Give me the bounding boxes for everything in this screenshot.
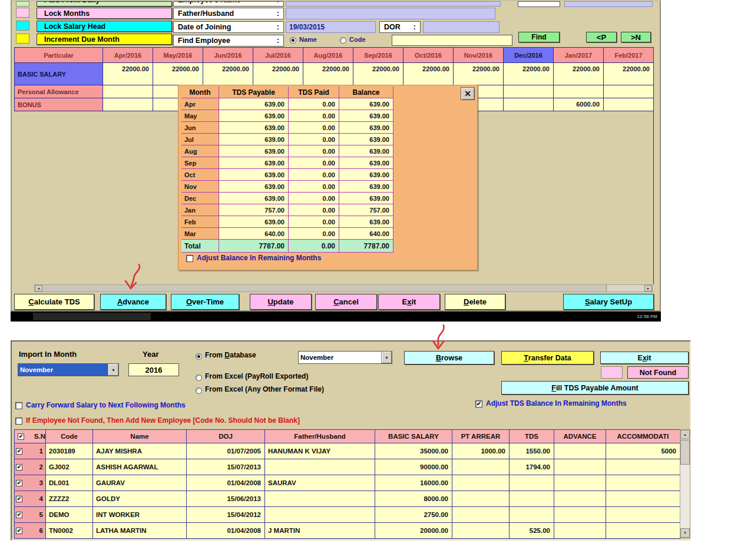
employee-row: ✔3DL001GAURAV01/04/2008SAURAV16000.00 bbox=[15, 475, 680, 491]
top-right-field[interactable] bbox=[564, 1, 653, 7]
left-button-paid-from-daily[interactable]: Paid From Daily bbox=[37, 1, 172, 6]
employee-code-box[interactable] bbox=[518, 1, 560, 7]
tds-value-cell: 0.00 bbox=[289, 193, 339, 204]
carry-forward-checkbox[interactable] bbox=[15, 402, 22, 409]
scroll-right-icon[interactable]: ► bbox=[644, 285, 652, 291]
exit-button[interactable]: Exit bbox=[600, 352, 689, 364]
employee-cell-name: GOLDY bbox=[93, 491, 187, 507]
date-of-joining-field[interactable]: 19/03/2015 bbox=[286, 21, 376, 33]
source-radio-from-excel-any-other-format-file[interactable] bbox=[196, 387, 202, 394]
salary-cell[interactable] bbox=[103, 85, 153, 98]
source-radio-from-excel-payroll-exported[interactable] bbox=[196, 375, 202, 381]
year-label: Year bbox=[143, 350, 158, 359]
salary-cell[interactable]: 22000.00 bbox=[103, 63, 153, 85]
find-by-name-radio[interactable] bbox=[290, 37, 296, 44]
fill-tds-payable-button[interactable]: Fill TDS Payable Amount bbox=[501, 381, 689, 395]
salary-cell[interactable]: 22000.00 bbox=[504, 63, 554, 85]
salary-cell[interactable]: 6000.00 bbox=[554, 98, 604, 111]
employee-cell-name: LATHA MARTIN bbox=[93, 523, 187, 539]
close-icon[interactable]: ✕ bbox=[461, 87, 475, 100]
transfer-data-button[interactable]: Transfer Data bbox=[501, 351, 594, 365]
salary-cell[interactable] bbox=[103, 98, 153, 111]
tds-month-cell: Sep bbox=[181, 157, 219, 169]
scrollbar-thumb[interactable] bbox=[680, 440, 690, 465]
row-select-cell: ✔1 bbox=[15, 443, 46, 459]
salary-setup-button[interactable]: Salary SetUp bbox=[563, 294, 654, 310]
salary-cell[interactable] bbox=[504, 98, 554, 111]
salary-cell[interactable]: 22000.00 bbox=[203, 63, 253, 85]
year-field[interactable]: 2016 bbox=[128, 363, 179, 376]
row-checkbox[interactable]: ✔ bbox=[16, 464, 22, 470]
scroll-left-icon[interactable]: ◄ bbox=[35, 285, 42, 291]
employee-cell-tds bbox=[510, 475, 554, 491]
delete-button[interactable]: Delete bbox=[445, 294, 505, 310]
chevron-down-icon[interactable]: ▼ bbox=[108, 364, 118, 376]
import-month-combobox[interactable]: November ▼ bbox=[18, 363, 119, 376]
row-checkbox[interactable]: ✔ bbox=[16, 496, 22, 502]
adjust-tds-balance-checkbox[interactable]: ✔ bbox=[475, 400, 482, 407]
salary-cell[interactable] bbox=[554, 85, 604, 98]
salary-cell[interactable]: 22000.00 bbox=[353, 63, 403, 85]
horizontal-scrollbar[interactable]: ◄ ► bbox=[34, 284, 653, 292]
salary-cell[interactable]: 22000.00 bbox=[604, 63, 654, 85]
row-checkbox[interactable]: ✔ bbox=[16, 528, 22, 534]
employee-cell-doj: 15/04/2012 bbox=[187, 507, 265, 523]
exit-button[interactable]: Exit bbox=[378, 294, 440, 310]
tds-row: Feb639.000.00639.00 bbox=[181, 216, 393, 228]
salary-cell[interactable] bbox=[604, 85, 654, 98]
source-radio-from-database[interactable] bbox=[196, 353, 202, 360]
taskbar[interactable]: 12:58 PM bbox=[11, 312, 661, 322]
row-checkbox[interactable]: ✔ bbox=[16, 480, 22, 486]
color-swatch-increment-due-month bbox=[16, 34, 29, 44]
row-checkbox[interactable]: ✔ bbox=[16, 512, 22, 518]
salary-cell[interactable]: 22000.00 bbox=[454, 63, 504, 85]
salary-row-header-personal-allowance[interactable]: Personal Allowance bbox=[15, 85, 103, 98]
source-radio-label-from-excel-any-other-format-file: From Excel (Any Other Format File) bbox=[205, 385, 324, 393]
dor-field[interactable] bbox=[423, 21, 499, 33]
row-select-cell: ✔6 bbox=[15, 523, 46, 539]
over-time-button[interactable]: Over-Time bbox=[171, 294, 239, 310]
left-button-increment-due-month[interactable]: Increment Due Month bbox=[37, 34, 172, 45]
find-button[interactable]: Find bbox=[518, 32, 560, 42]
salary-cell[interactable]: 22000.00 bbox=[403, 63, 454, 85]
salary-cell[interactable]: 22000.00 bbox=[303, 63, 353, 85]
database-month-combobox[interactable]: November ▼ bbox=[298, 351, 392, 364]
cancel-button[interactable]: Cancel bbox=[315, 294, 377, 310]
left-button-lock-months[interactable]: Lock Months bbox=[37, 8, 172, 19]
select-all-checkbox[interactable]: ✔ bbox=[18, 433, 24, 440]
find-by-code-radio[interactable] bbox=[340, 37, 346, 44]
scrollbar-thumb[interactable] bbox=[42, 285, 607, 291]
vertical-scrollbar[interactable]: ▲ ▼ bbox=[680, 429, 690, 538]
adjust-balance-checkbox[interactable] bbox=[186, 255, 193, 262]
salary-cell[interactable]: 22000.00 bbox=[153, 63, 203, 85]
find-by-code-radio-label: Code bbox=[349, 36, 366, 43]
browse-button[interactable]: Browse bbox=[404, 351, 494, 365]
previous-record-button[interactable]: <P bbox=[586, 32, 617, 42]
salary-cell[interactable] bbox=[504, 85, 554, 98]
tds-value-cell: 7787.00 bbox=[219, 240, 289, 253]
next-record-button[interactable]: >N bbox=[621, 32, 651, 42]
salary-cell[interactable]: 22000.00 bbox=[253, 63, 303, 85]
employee-name-field[interactable] bbox=[286, 1, 501, 6]
add-new-employee-checkbox[interactable] bbox=[15, 417, 22, 425]
tds-value-cell: 0.00 bbox=[289, 169, 339, 181]
employee-cell-code: DL001 bbox=[46, 475, 93, 491]
scroll-down-icon[interactable]: ▼ bbox=[680, 528, 690, 538]
find-employee-input[interactable] bbox=[392, 35, 512, 46]
advance-button[interactable]: Advance bbox=[100, 294, 166, 310]
father-husband-field[interactable] bbox=[286, 8, 495, 19]
calculate-tds-button[interactable]: Calculate TDS bbox=[14, 294, 94, 310]
salary-cell[interactable]: 22000.00 bbox=[554, 63, 604, 85]
row-checkbox[interactable]: ✔ bbox=[16, 448, 22, 455]
salary-row-header-basic-salary[interactable]: BASIC SALARY bbox=[15, 63, 103, 85]
left-button-lock-salary-head[interactable]: Lock Salary Head bbox=[37, 21, 172, 32]
salary-row-header-bonus[interactable]: BONUS bbox=[15, 98, 103, 111]
chevron-down-icon[interactable]: ▼ bbox=[381, 352, 392, 363]
employee-cell-basic: 35000.00 bbox=[375, 443, 452, 459]
taskbar-item[interactable] bbox=[33, 313, 151, 320]
salary-cell[interactable] bbox=[604, 98, 654, 111]
scroll-up-icon[interactable]: ▲ bbox=[680, 430, 690, 439]
employee-row: ✔12030189AJAY MISHRA01/07/2005HANUMAN K … bbox=[15, 443, 680, 459]
update-button[interactable]: Update bbox=[250, 294, 312, 310]
employee-cell-name: AJAY MISHRA bbox=[93, 443, 187, 459]
